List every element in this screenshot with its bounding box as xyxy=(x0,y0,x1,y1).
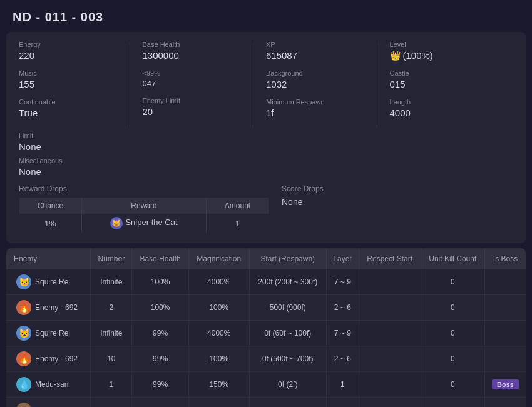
min-respawn-value: 1f xyxy=(266,108,364,118)
enemy-name: Squire Rel xyxy=(35,278,70,286)
background-value: 1032 xyxy=(266,79,364,89)
enemy-magnification: 100% xyxy=(188,346,249,372)
col-number: Number xyxy=(91,248,132,269)
enemy-number: 1 xyxy=(91,372,132,398)
reward-row: 1% 🐱Sniper the Cat 1 xyxy=(19,214,269,233)
castle-value: 015 xyxy=(390,79,501,89)
col-amount: Amount xyxy=(207,198,269,214)
enemy-start-respawn: 500f (900f) xyxy=(249,295,326,321)
rewards-section: Reward Drops Chance Reward Amount 1% 🐱Sn… xyxy=(19,184,513,233)
limit-label: Limit xyxy=(19,132,513,139)
enemy-is-boss xyxy=(485,269,526,295)
enemy-number: Infinite xyxy=(91,321,132,346)
score-none: None xyxy=(282,197,513,207)
col-magnification: Magnification xyxy=(188,248,249,269)
enemy-magnification: 4000% xyxy=(188,269,249,295)
boss-badge: Boss xyxy=(492,379,519,389)
enemy-icon: 🐱 xyxy=(16,326,31,341)
reward-drops: Reward Drops Chance Reward Amount 1% 🐱Sn… xyxy=(19,184,269,233)
score-drops: Score Drops None xyxy=(282,184,513,233)
enemy-start-respawn: 200f (200f ~ 300f) xyxy=(249,269,326,295)
xp-label: XP xyxy=(266,41,364,48)
enemy-is-boss xyxy=(485,346,526,372)
enemy-limit-value: 20 xyxy=(143,106,241,117)
enemy-number: 1 xyxy=(91,398,132,408)
col-reward: Reward xyxy=(81,198,206,214)
enemy-number: Infinite xyxy=(91,269,132,295)
enemy-base-health: 99% xyxy=(132,321,189,346)
energy-label: Energy xyxy=(19,41,117,48)
enemy-layer: 2 ~ 6 xyxy=(326,346,359,372)
music-value: 155 xyxy=(19,79,117,89)
enemy-name-cell: 🔥 Enemy - 692 xyxy=(6,295,91,321)
table-row: 🔥 Enemy - 692 2 100% 100% 500f (900f) 2 … xyxy=(6,295,526,321)
page-title: ND - 011 - 003 xyxy=(0,0,532,32)
enemy-respect-start: True xyxy=(359,398,421,408)
enemy-respect-start xyxy=(359,346,421,372)
col-chance: Chance xyxy=(19,198,82,214)
misc-label: Miscellaneous xyxy=(19,157,513,164)
enemy-respect-start xyxy=(359,372,421,398)
enemy-base-health: 100% xyxy=(132,295,189,321)
reward-table: Chance Reward Amount 1% 🐱Sniper the Cat … xyxy=(19,197,269,233)
enemy-number: 10 xyxy=(91,346,132,372)
enemy-name-cell: 💧 Medu-san xyxy=(6,372,91,398)
enemy-base-health: 99% xyxy=(132,346,189,372)
enemy-magnification: 150% xyxy=(188,372,249,398)
enemy-unit-kill-count: 0 xyxy=(421,398,484,408)
col-unit-kill-count: Unit Kill Count xyxy=(421,248,484,269)
enemy-unit-kill-count: 0 xyxy=(421,269,484,295)
length-label: Length xyxy=(390,98,501,106)
col-is-boss: Is Boss xyxy=(485,248,526,269)
enemy-start-respawn: 200f (2f) xyxy=(249,398,326,408)
table-row: 🐻 Fallen Bear 1 99% 200% 200f (2f) 0 Tru… xyxy=(6,398,526,408)
enemy-base-health: 99% xyxy=(132,372,189,398)
col-enemy: Enemy xyxy=(6,248,91,269)
enemy-start-respawn: 0f (500f ~ 700f) xyxy=(249,346,326,372)
enemy-name: Enemy - 692 xyxy=(35,354,78,363)
limit-value: None xyxy=(19,141,513,152)
enemy-layer: 7 ~ 9 xyxy=(326,269,359,295)
base-health-value: 1300000 xyxy=(143,50,241,61)
castle-label: Castle xyxy=(390,69,501,77)
min-respawn-label: Minimum Respawn xyxy=(266,98,364,106)
enemy-name: Enemy - 692 xyxy=(35,303,78,312)
enemy-unit-kill-count: 0 xyxy=(421,372,484,398)
enemy-unit-kill-count: 0 xyxy=(421,346,484,372)
enemy-section: Enemy Number Base Health Magnification S… xyxy=(6,248,526,407)
reward-chance: 1% xyxy=(19,214,82,233)
base-health-label: Base Health xyxy=(143,41,241,48)
enemy-layer: 2 ~ 6 xyxy=(326,295,359,321)
reward-drops-title: Reward Drops xyxy=(19,184,269,193)
enemy-name-cell: 🔥 Enemy - 692 xyxy=(6,346,91,372)
music-label: Music xyxy=(19,69,117,77)
score-drops-title: Score Drops xyxy=(282,184,513,193)
reward-icon: 🐱 xyxy=(110,217,123,229)
reward-amount: 1 xyxy=(207,214,269,233)
enemy-table: Enemy Number Base Health Magnification S… xyxy=(6,248,526,407)
col-xp: XP 615087 Background 1032 Minimum Respaw… xyxy=(266,41,377,127)
table-row: 🐱 Squire Rel Infinite 99% 4000% 0f (60f … xyxy=(6,321,526,346)
enemy-is-boss xyxy=(485,321,526,346)
col-respect-start: Respect Start xyxy=(359,248,421,269)
enemy-is-boss xyxy=(485,398,526,408)
enemy-icon: 🐱 xyxy=(16,274,31,289)
enemy-icon: 💧 xyxy=(16,377,31,392)
misc-value: None xyxy=(19,166,513,177)
enemy-is-boss xyxy=(485,295,526,321)
enemy-name: Squire Rel xyxy=(35,329,70,338)
table-row: 🔥 Enemy - 692 10 99% 100% 0f (500f ~ 700… xyxy=(6,346,526,372)
xp-value: 615087 xyxy=(266,50,364,61)
enemy-base-health: 100% xyxy=(132,269,189,295)
enemy-unit-kill-count: 0 xyxy=(421,295,484,321)
enemy-name-cell: 🐱 Squire Rel xyxy=(6,269,91,295)
enemy-icon: 🔥 xyxy=(16,351,31,366)
enemy-start-respawn: 0f (2f) xyxy=(249,372,326,398)
background-label: Background xyxy=(266,69,364,77)
enemy-layer: 0 xyxy=(326,398,359,408)
enemy-layer: 7 ~ 9 xyxy=(326,321,359,346)
bg-pct-label: <99% xyxy=(143,69,241,77)
col-energy: Energy 220 Music 155 Continuable True xyxy=(19,41,130,127)
enemy-base-health: 99% xyxy=(132,398,189,408)
continuable-value: True xyxy=(19,108,117,118)
